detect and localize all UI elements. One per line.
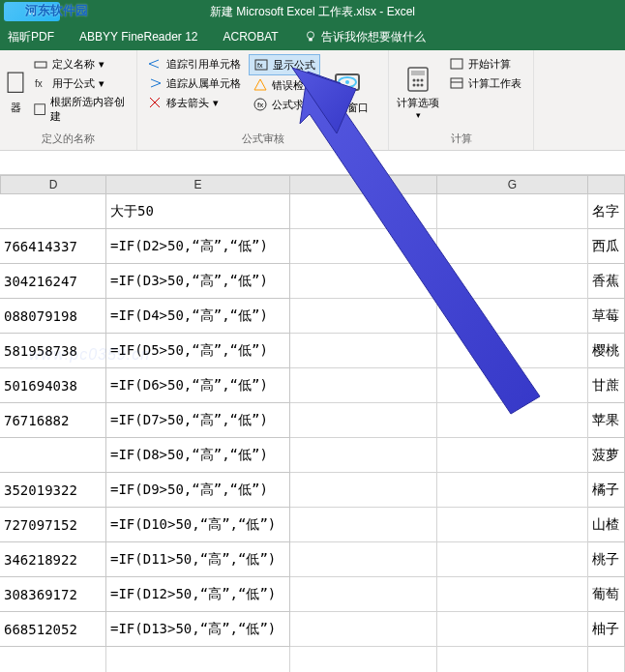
svg-rect-3	[35, 62, 46, 68]
cell[interactable]: =IF(D2>50,“高”,“低”)	[106, 229, 290, 264]
cell[interactable]: 香蕉	[588, 264, 625, 299]
cell[interactable]: =IF(D10>50,“高”,“低”)	[106, 508, 290, 542]
cell[interactable]: =IF(D9>50,“高”,“低”)	[106, 473, 290, 508]
calculation-options-button[interactable]: 计算选项 ▾	[395, 54, 441, 130]
cell[interactable]: 柚子	[588, 612, 625, 647]
cell[interactable]: 葡萄	[588, 577, 625, 612]
cell[interactable]	[106, 647, 290, 672]
column-header-d[interactable]: D	[0, 175, 106, 194]
cell[interactable]	[437, 542, 588, 577]
cell[interactable]: 桃子	[588, 542, 625, 577]
cell[interactable]: 76716882	[0, 403, 106, 438]
name-manager-icon	[7, 69, 24, 100]
cell[interactable]	[437, 403, 588, 438]
column-header-h[interactable]	[588, 175, 625, 194]
cell[interactable]	[0, 194, 106, 229]
cell[interactable]	[588, 647, 625, 672]
remove-arrows-button[interactable]: 移去箭头 ▾	[143, 93, 245, 112]
watch-window-button[interactable]: 监视窗口	[324, 54, 371, 130]
calculate-now-button[interactable]: 开始计算	[445, 54, 525, 73]
cell[interactable]	[437, 194, 588, 229]
tab-foxit-pdf[interactable]: 福昕PDF	[8, 29, 54, 45]
column-header-e[interactable]: E	[106, 175, 290, 194]
cell[interactable]: 山楂	[588, 508, 625, 542]
cell[interactable]	[437, 612, 588, 647]
evaluate-formula-button[interactable]: fx 公式求值	[249, 95, 320, 114]
cell[interactable]	[437, 334, 588, 368]
cell[interactable]: 304216247	[0, 264, 106, 299]
cell[interactable]: 菠萝	[588, 438, 625, 473]
cell[interactable]	[290, 299, 437, 334]
define-name-button[interactable]: 定义名称 ▾	[29, 54, 131, 73]
cell[interactable]	[290, 264, 437, 299]
cell[interactable]: 668512052	[0, 612, 106, 647]
cell[interactable]	[290, 194, 437, 229]
header-row: 大于50 名字	[0, 194, 625, 229]
table-row: 346218922=IF(D11>50,“高”,“低”)桃子	[0, 542, 625, 577]
tell-me-field[interactable]: 告诉我你想要做什么	[304, 29, 426, 45]
cell[interactable]: =IF(D12>50,“高”,“低”)	[106, 577, 290, 612]
cell[interactable]	[437, 368, 588, 403]
cell[interactable]: 088079198	[0, 299, 106, 334]
cell[interactable]: =IF(D6>50,“高”,“低”)	[106, 368, 290, 403]
svg-point-18	[421, 79, 424, 82]
trace-precedents-button[interactable]: 追踪引用单元格	[143, 54, 245, 73]
cell[interactable]	[0, 438, 106, 473]
cell[interactable]: =IF(D8>50,“高”,“低”)	[106, 438, 290, 473]
cell[interactable]	[290, 577, 437, 612]
cell[interactable]: 501694038	[0, 368, 106, 403]
calculate-sheet-button[interactable]: 计算工作表	[445, 73, 525, 93]
cell[interactable]: =IF(D4>50,“高”,“低”)	[106, 299, 290, 334]
cell[interactable]	[290, 368, 437, 403]
cell[interactable]: =IF(D3>50,“高”,“低”)	[106, 264, 290, 299]
name-manager-button[interactable]: 器	[6, 54, 25, 130]
cell[interactable]	[290, 647, 437, 672]
cell[interactable]	[290, 542, 437, 577]
cell[interactable]	[437, 264, 588, 299]
cell[interactable]: 橘子	[588, 473, 625, 508]
tab-abbyy[interactable]: ABBYY FineReader 12	[79, 30, 198, 44]
trace-dependents-button[interactable]: 追踪从属单元格	[143, 73, 245, 93]
cell[interactable]	[290, 612, 437, 647]
cell[interactable]: =IF(D13>50,“高”,“低”)	[106, 612, 290, 647]
cell[interactable]: 草莓	[588, 299, 625, 334]
cell[interactable]	[437, 438, 588, 473]
dropdown-icon: ▾	[99, 58, 104, 71]
cell[interactable]	[290, 334, 437, 368]
show-formulas-button[interactable]: fx 显示公式	[249, 54, 320, 75]
cell[interactable]	[437, 508, 588, 542]
cell[interactable]: 346218922	[0, 542, 106, 577]
cell-header-gt50[interactable]: 大于50	[106, 194, 290, 229]
cell[interactable]	[0, 647, 106, 672]
cell-header-name[interactable]: 名字	[588, 194, 625, 229]
use-in-formula-button[interactable]: fx 用于公式 ▾	[29, 73, 131, 93]
cell[interactable]: 西瓜	[588, 229, 625, 264]
trace-precedents-icon	[147, 56, 163, 72]
cell[interactable]	[437, 577, 588, 612]
cell[interactable]	[290, 229, 437, 264]
cell[interactable]: 727097152	[0, 508, 106, 542]
cell[interactable]: 308369172	[0, 577, 106, 612]
cell[interactable]: =IF(D7>50,“高”,“低”)	[106, 403, 290, 438]
cell[interactable]: 766414337	[0, 229, 106, 264]
cell[interactable]	[290, 438, 437, 473]
cell[interactable]: 甘蔗	[588, 368, 625, 403]
cell[interactable]	[290, 508, 437, 542]
cell[interactable]: =IF(D11>50,“高”,“低”)	[106, 542, 290, 577]
cell[interactable]	[437, 647, 588, 672]
cell[interactable]	[437, 229, 588, 264]
column-header-g[interactable]: G	[437, 175, 588, 194]
cell[interactable]	[437, 299, 588, 334]
cell[interactable]: 352019322	[0, 473, 106, 508]
cell[interactable]	[437, 473, 588, 508]
cell[interactable]: 樱桃	[588, 334, 625, 368]
column-header-f[interactable]: F	[290, 175, 437, 194]
cell[interactable]	[290, 403, 437, 438]
create-from-selection-button[interactable]: 根据所选内容创建	[29, 93, 131, 126]
remove-arrows-icon	[147, 95, 163, 110]
error-checking-button[interactable]: 错误检查	[249, 75, 320, 95]
table-row: 76716882=IF(D7>50,“高”,“低”)苹果	[0, 403, 625, 438]
cell[interactable]	[290, 473, 437, 508]
tab-acrobat[interactable]: ACROBAT	[223, 30, 279, 44]
cell[interactable]: 苹果	[588, 403, 625, 438]
